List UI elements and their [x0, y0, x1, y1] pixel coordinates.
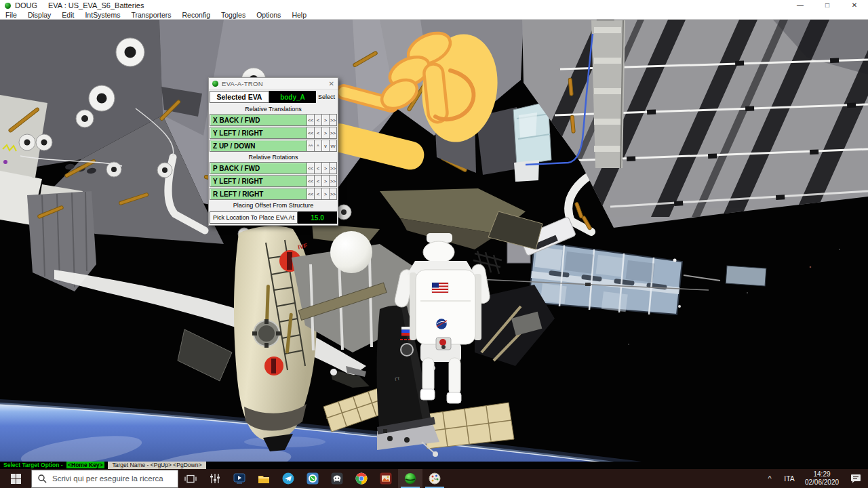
x-fwd-button[interactable]: >: [322, 114, 330, 126]
language-indicator[interactable]: ITA: [778, 474, 800, 483]
taskbar-icon-volume-mixer[interactable]: [203, 469, 227, 488]
roll-fast-left-button[interactable]: <<: [307, 188, 315, 200]
doug-application-window: DOUG EVA : US_EVA_S6_Batteries — □ ✕ Fil…: [0, 0, 868, 488]
y-left-button[interactable]: <: [315, 127, 322, 139]
roll-left-button[interactable]: <: [315, 188, 322, 200]
y-translation-row: Y LEFT / RIGHT << < > >>: [210, 127, 337, 139]
taskbar-icon-task-view[interactable]: [178, 469, 203, 488]
folder-icon: [258, 474, 270, 484]
menu-item-transporters[interactable]: Transporters: [125, 11, 176, 19]
roll-right-button[interactable]: >: [322, 188, 330, 200]
selected-eva-button[interactable]: Selected EVA: [210, 91, 269, 103]
status-target-option-text: Select Target Option -: [3, 462, 64, 468]
photos-icon: [380, 472, 392, 485]
menu-item-display[interactable]: Display: [22, 11, 56, 19]
search-input[interactable]: [51, 474, 172, 483]
telegram-icon: [282, 472, 294, 485]
clock-date: 02/06/2020: [800, 479, 844, 487]
offset-value-field[interactable]: 15.0: [298, 211, 337, 224]
roll-axis-label[interactable]: R LEFT / RIGHT: [210, 188, 307, 200]
discord-icon: [331, 472, 343, 485]
yaw-fast-right-button[interactable]: >>: [330, 175, 337, 187]
dialog-doug-icon: [212, 81, 218, 87]
movies-tv-icon: [233, 473, 245, 484]
z-fast-down-button[interactable]: vv: [330, 140, 337, 152]
taskbar-search[interactable]: [31, 470, 178, 488]
x-fast-back-button[interactable]: <<: [307, 114, 315, 126]
select-button[interactable]: Select: [316, 91, 337, 103]
menu-bar: File Display Edit IntSystems Transporter…: [0, 11, 868, 20]
minimize-button[interactable]: —: [787, 0, 814, 11]
window-titlebar: DOUG EVA : US_EVA_S6_Batteries — □ ✕: [0, 0, 868, 11]
dialog-title: EVA-A-TRON: [222, 80, 326, 87]
taskbar-icon-doug[interactable]: [398, 469, 422, 488]
x-fast-fwd-button[interactable]: >>: [330, 114, 337, 126]
close-button[interactable]: ✕: [841, 0, 868, 11]
menu-item-options[interactable]: Options: [251, 11, 286, 19]
status-target-option: Select Target Option - <Home Key>: [0, 462, 108, 469]
x-back-button[interactable]: <: [315, 114, 322, 126]
maximize-button[interactable]: □: [814, 0, 841, 11]
z-down-button[interactable]: v: [322, 140, 330, 152]
y-axis-label[interactable]: Y LEFT / RIGHT: [210, 127, 307, 139]
doug-sphere-icon: [404, 472, 416, 485]
taskbar-icon-whatsapp[interactable]: [300, 469, 325, 488]
menu-item-edit[interactable]: Edit: [56, 11, 79, 19]
pitch-back-button[interactable]: <: [315, 162, 322, 174]
menu-item-toggles[interactable]: Toggles: [216, 11, 251, 19]
taskbar-icon-movies-tv[interactable]: [227, 469, 252, 488]
window-title: EVA : US_EVA_S6_Batteries: [48, 1, 787, 9]
doug-app-icon: [5, 3, 11, 9]
relative-rotations-header: Relative Rotations: [209, 152, 338, 161]
tray-chevron-icon[interactable]: ^: [761, 474, 778, 483]
taskbar-icon-file-explorer[interactable]: [252, 469, 276, 488]
app-name: DOUG: [15, 1, 37, 9]
space-scene: IVF: [0, 20, 868, 462]
pick-location-button[interactable]: Pick Location To Place EVA At: [210, 211, 298, 224]
y-fast-left-button[interactable]: <<: [307, 127, 315, 139]
start-button[interactable]: [0, 469, 31, 488]
search-icon: [37, 474, 47, 483]
taskbar-icon-discord[interactable]: [325, 469, 349, 488]
pitch-fast-fwd-button[interactable]: >>: [330, 162, 337, 174]
x-translation-row: X BACK / FWD << < > >>: [210, 114, 337, 126]
y-right-button[interactable]: >: [322, 127, 330, 139]
yaw-left-button[interactable]: <: [315, 175, 322, 187]
menu-item-reconfig[interactable]: Reconfig: [177, 11, 216, 19]
dialog-titlebar[interactable]: EVA-A-TRON ✕: [209, 78, 338, 89]
viewport-status-bar: Select Target Option - <Home Key> Target…: [0, 462, 206, 469]
yaw-right-button[interactable]: >: [322, 175, 330, 187]
palette-icon: [429, 472, 441, 485]
x-axis-label[interactable]: X BACK / FWD: [210, 114, 307, 126]
yaw-fast-left-button[interactable]: <<: [307, 175, 315, 187]
roll-fast-right-button[interactable]: >>: [330, 188, 337, 200]
pitch-axis-label[interactable]: P BACK / FWD: [210, 162, 307, 174]
pitch-rotation-row: P BACK / FWD << < > >>: [210, 162, 337, 174]
relative-translations-header: Relative Translations: [209, 104, 338, 113]
clock-time: 14:29: [800, 470, 844, 479]
z-translation-row: Z UP / DOWN ^^ ^ v vv: [210, 140, 337, 152]
nasa-logo: [436, 319, 448, 330]
z-axis-label[interactable]: Z UP / DOWN: [210, 140, 307, 152]
taskbar-icon-photos[interactable]: [374, 469, 398, 488]
taskbar-icon-telegram[interactable]: [276, 469, 300, 488]
z-fast-up-button[interactable]: ^^: [307, 140, 315, 152]
menu-item-intsystems[interactable]: IntSystems: [79, 11, 125, 19]
pitch-fast-back-button[interactable]: <<: [307, 162, 315, 174]
pitch-fwd-button[interactable]: >: [322, 162, 330, 174]
selected-eva-value: body_A: [269, 91, 316, 103]
status-target-name: Target Name - <PgUp> <PgDown>: [108, 462, 207, 469]
y-fast-right-button[interactable]: >>: [330, 127, 337, 139]
menu-item-help[interactable]: Help: [286, 11, 312, 19]
dialog-close-icon[interactable]: ✕: [329, 80, 334, 87]
action-center-button[interactable]: [844, 469, 868, 488]
yaw-axis-label[interactable]: Y LEFT / RIGHT: [210, 175, 307, 187]
menu-item-file[interactable]: File: [0, 11, 22, 19]
taskbar-icon-paint-3d[interactable]: [422, 469, 447, 488]
clock[interactable]: 14:29 02/06/2020: [800, 470, 844, 487]
z-up-button[interactable]: ^: [315, 140, 322, 152]
3d-viewport[interactable]: IVF: [0, 20, 868, 469]
notification-icon: [850, 474, 861, 483]
taskbar-icon-chrome[interactable]: [349, 469, 374, 488]
task-view-icon: [184, 474, 197, 484]
